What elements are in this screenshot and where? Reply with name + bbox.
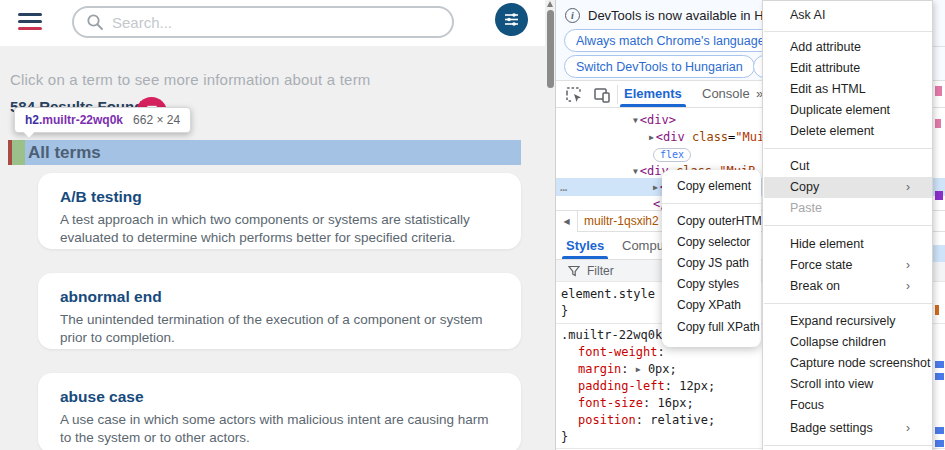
- menu-item-copy-selector[interactable]: Copy selector: [662, 232, 761, 252]
- menu-item-cut[interactable]: Cut: [764, 156, 932, 177]
- menu-item-break-on[interactable]: Break on›: [764, 276, 932, 297]
- flex-badge[interactable]: flex: [653, 148, 691, 162]
- occluded-content-fragment: [935, 305, 939, 315]
- twisty-open-icon[interactable]: ▼: [633, 116, 638, 125]
- menu-item-paste[interactable]: Paste: [764, 198, 932, 219]
- overflow-ellipsis[interactable]: …: [560, 178, 568, 196]
- term-card-abuse-case[interactable]: abuse case A use case in which some acto…: [38, 373, 521, 450]
- menu-item-copy[interactable]: Copy›: [764, 177, 932, 198]
- screen: Click on a term to see more information …: [0, 0, 945, 450]
- menu-item-add-attribute[interactable]: Add attribute: [764, 37, 932, 58]
- filter-button[interactable]: [495, 3, 528, 36]
- occluded-content-fragment: [933, 245, 945, 262]
- menu-item-edit-as-html[interactable]: Edit as HTML: [764, 79, 932, 100]
- twisty-closed-icon[interactable]: ▶: [649, 133, 654, 142]
- menu-item-badge-settings[interactable]: Badge settings›: [764, 418, 932, 439]
- inspect-padding-stripe: [12, 140, 25, 165]
- menu-divider: [764, 225, 932, 226]
- inspect-element-icon[interactable]: [565, 86, 583, 104]
- menu-item-collapse-children[interactable]: Collapse children: [764, 332, 932, 353]
- term-card-abnormal-end[interactable]: abnormal end The unintended termination …: [38, 273, 521, 349]
- menu-item-focus[interactable]: Focus: [764, 395, 932, 416]
- toolbar-divider: [617, 85, 618, 104]
- term-title: abuse case: [60, 388, 499, 406]
- filter-funnel-icon: [568, 265, 580, 277]
- menu-item-copy-element[interactable]: Copy element: [662, 176, 761, 196]
- hint-text: Click on a term to see more information …: [10, 71, 371, 88]
- term-definition: A test approach in which two components …: [60, 211, 499, 247]
- twisty-closed-icon[interactable]: ▶: [653, 183, 658, 192]
- tooltip-pointer: [23, 131, 35, 138]
- menu-item-edit-attribute[interactable]: Edit attribute: [764, 58, 932, 79]
- menu-divider: [764, 31, 932, 32]
- scrollbar-up-arrow[interactable]: [547, 1, 553, 7]
- css-rule-selector[interactable]: .muiltr-22wq0k {: [561, 327, 677, 344]
- sliders-icon: [503, 11, 520, 28]
- tooltip-class: .muiltr-22wq0k: [39, 113, 123, 127]
- switch-to-hungarian-button[interactable]: Switch DevTools to Hungarian: [564, 55, 755, 78]
- tab-console[interactable]: Console: [702, 81, 750, 107]
- breadcrumb-back-icon[interactable]: ◀: [556, 211, 578, 232]
- css-declaration[interactable]: padding-left: 12px;: [578, 378, 715, 395]
- menu-item-copy-js-path[interactable]: Copy JS path: [662, 253, 761, 273]
- hamburger-menu-icon[interactable]: [18, 12, 42, 32]
- css-declaration[interactable]: margin: ▶ 0px;: [578, 361, 677, 378]
- scrollbar-thumb[interactable]: [547, 10, 554, 88]
- occluded-content-fragment: [935, 86, 942, 96]
- page-scrollbar[interactable]: [545, 0, 555, 450]
- menu-item-copy-styles[interactable]: Copy styles: [662, 274, 761, 294]
- menu-item-ask-ai[interactable]: Ask AI: [764, 5, 932, 26]
- occluded-content-fragment: [935, 427, 944, 434]
- search-bar[interactable]: [72, 6, 454, 38]
- occluded-content-fragment: [935, 373, 944, 380]
- search-input[interactable]: [112, 14, 412, 31]
- menu-item-copy-outerhtml[interactable]: Copy outerHTML: [662, 211, 761, 231]
- term-definition: A use case in which some actors with mal…: [60, 411, 499, 447]
- menu-item-expand-recursively[interactable]: Expand recursively: [764, 311, 932, 332]
- occluded-content-fragment: [933, 46, 945, 47]
- tooltip-tag: h2: [25, 113, 39, 127]
- menu-item-delete-element[interactable]: Delete element: [764, 121, 932, 142]
- menu-item-scroll-into-view[interactable]: Scroll into view: [764, 374, 932, 395]
- search-icon: [86, 13, 104, 31]
- tab-elements[interactable]: Elements: [624, 81, 682, 107]
- twisty-closed-icon[interactable]: ▶: [636, 365, 641, 374]
- menu-item-copy-full-xpath[interactable]: Copy full XPath: [662, 317, 761, 337]
- occluded-content-fragment: [935, 119, 941, 128]
- inspect-tooltip: h2.muiltr-22wq0k 662 × 24: [14, 107, 191, 133]
- menu-divider: [764, 148, 932, 149]
- app-header: [0, 0, 545, 46]
- occluded-content-fragment: [935, 361, 944, 368]
- submenu-arrow-icon: ›: [906, 255, 910, 276]
- twisty-open-icon[interactable]: ▼: [633, 167, 638, 176]
- menu-item-copy-xpath[interactable]: Copy XPath: [662, 295, 761, 315]
- term-title: A/B testing: [60, 188, 499, 206]
- css-rule-element-style[interactable]: element.style {: [561, 286, 669, 303]
- menu-item-force-state[interactable]: Force state›: [764, 255, 932, 276]
- copy-submenu: Copy element Copy outerHTML Copy selecto…: [662, 170, 761, 347]
- term-card-ab-testing[interactable]: A/B testing A test approach in which two…: [38, 173, 521, 249]
- term-definition: The unintended termination of the execut…: [60, 311, 499, 347]
- css-brace: }: [561, 429, 568, 446]
- css-brace: }: [561, 303, 568, 320]
- device-toolbar-icon[interactable]: [593, 86, 611, 104]
- menu-divider: [764, 303, 932, 304]
- info-icon: i: [565, 8, 580, 23]
- css-declaration[interactable]: position: relative;: [578, 412, 715, 429]
- menu-item-hide-element[interactable]: Hide element: [764, 234, 932, 255]
- menu-item-capture-node-screenshot[interactable]: Capture node screenshot: [764, 353, 932, 374]
- match-chrome-language-button[interactable]: Always match Chrome's language: [564, 29, 777, 52]
- menu-item-duplicate-element[interactable]: Duplicate element: [764, 100, 932, 121]
- submenu-arrow-icon: ›: [906, 177, 910, 198]
- tab-computed[interactable]: Comput: [622, 232, 668, 259]
- css-declaration[interactable]: font-weight:: [578, 344, 665, 361]
- css-declaration[interactable]: font-size: 16px;: [578, 395, 694, 412]
- breadcrumb-item[interactable]: muiltr-1qsxih2: [584, 211, 659, 232]
- submenu-arrow-icon: ›: [906, 418, 910, 439]
- occluded-content-fragment: [935, 440, 944, 447]
- menu-divider: [662, 203, 761, 204]
- section-header-label: All terms: [28, 143, 101, 163]
- occluded-content-fragment: [935, 191, 943, 200]
- element-context-menu: Ask AI Add attribute Edit attribute Edit…: [762, 0, 933, 450]
- tab-styles[interactable]: Styles: [566, 232, 604, 259]
